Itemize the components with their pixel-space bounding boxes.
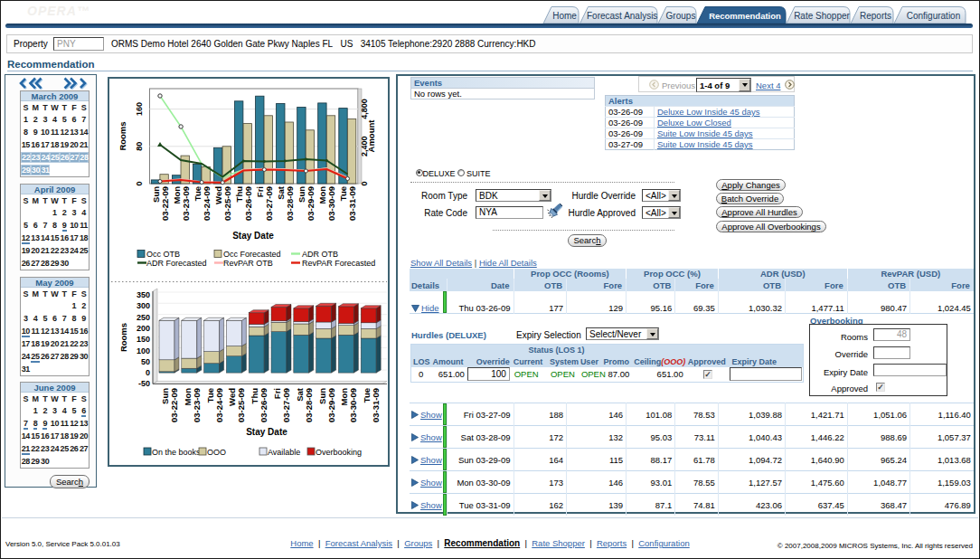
svg-text:0: 0 — [360, 181, 369, 185]
svg-text:50: 50 — [141, 357, 150, 366]
svg-text:Fri03-27-09: Fri03-27-09 — [272, 388, 291, 422]
svg-text:Rooms: Rooms — [118, 323, 128, 352]
svg-text:Mon03-30-09: Mon03-30-09 — [339, 388, 358, 422]
svg-text:Recommendation: Recommendation — [709, 11, 781, 21]
svg-text:Occ Forecasted: Occ Forecasted — [223, 250, 281, 259]
svg-text:Wed03-25-09: Wed03-25-09 — [213, 186, 232, 221]
svg-text:Forecast Analysis: Forecast Analysis — [587, 11, 657, 21]
svg-text:Tue03-31-09: Tue03-31-09 — [362, 388, 381, 422]
svg-text:Occ OTB: Occ OTB — [146, 250, 180, 259]
svg-text:Sun03-29-09: Sun03-29-09 — [317, 388, 336, 422]
svg-text:Rooms: Rooms — [118, 121, 127, 150]
svg-text:4,800: 4,800 — [360, 99, 369, 119]
svg-text:ADR OTB: ADR OTB — [302, 250, 338, 259]
svg-text:Mon03-23-09: Mon03-23-09 — [172, 186, 191, 221]
svg-text:Stay Date: Stay Date — [246, 427, 287, 437]
svg-text:Tue03-31-09: Tue03-31-09 — [338, 186, 357, 221]
svg-text:Mon03-30-09: Mon03-30-09 — [317, 186, 336, 221]
svg-text:OOO: OOO — [207, 448, 226, 457]
svg-text:0: 0 — [146, 368, 150, 377]
svg-text:0: 0 — [135, 181, 144, 185]
svg-text:Sat03-28-09: Sat03-28-09 — [276, 185, 295, 221]
svg-text:100: 100 — [137, 346, 150, 355]
svg-text:Fri03-27-09: Fri03-27-09 — [255, 186, 274, 221]
svg-text:RevPAR OTB: RevPAR OTB — [223, 259, 273, 268]
svg-text:Tue03-24-09: Tue03-24-09 — [193, 186, 212, 221]
svg-text:Groups: Groups — [666, 11, 696, 21]
svg-text:160: 160 — [135, 102, 144, 116]
svg-text:ADR Forecasted: ADR Forecasted — [146, 259, 207, 268]
svg-text:Home: Home — [552, 11, 577, 21]
svg-text:-50: -50 — [138, 379, 150, 388]
svg-text:Mon03-23-09: Mon03-23-09 — [183, 388, 202, 422]
svg-text:Wed03-25-09: Wed03-25-09 — [227, 388, 246, 422]
svg-text:Rate Shopper: Rate Shopper — [794, 11, 850, 21]
svg-text:300: 300 — [137, 301, 150, 310]
svg-text:Configuration: Configuration — [907, 11, 960, 21]
svg-text:350: 350 — [137, 290, 150, 299]
svg-text:On the books: On the books — [152, 448, 201, 457]
svg-text:2,400: 2,400 — [360, 137, 369, 157]
svg-text:200: 200 — [137, 324, 150, 333]
svg-text:Sun03-22-09: Sun03-22-09 — [151, 186, 170, 221]
svg-text:Available: Available — [268, 448, 300, 457]
svg-text:Sat03-28-09: Sat03-28-09 — [295, 387, 314, 422]
svg-text:Tue03-24-09: Tue03-24-09 — [205, 388, 224, 422]
svg-text:150: 150 — [137, 335, 150, 344]
svg-text:Reports: Reports — [860, 11, 891, 21]
svg-text:250: 250 — [137, 313, 150, 322]
svg-text:Overbooking: Overbooking — [316, 448, 362, 457]
svg-text:Stay Date: Stay Date — [232, 231, 274, 241]
svg-text:Sun03-29-09: Sun03-29-09 — [297, 186, 316, 221]
svg-text:RevPAR Forecasted: RevPAR Forecasted — [302, 259, 375, 268]
svg-text:Sun03-22-09: Sun03-22-09 — [160, 388, 179, 422]
svg-text:80: 80 — [135, 142, 144, 151]
svg-text:Thu03-26-09: Thu03-26-09 — [250, 388, 269, 422]
svg-text:Thu03-26-09: Thu03-26-09 — [234, 186, 253, 221]
